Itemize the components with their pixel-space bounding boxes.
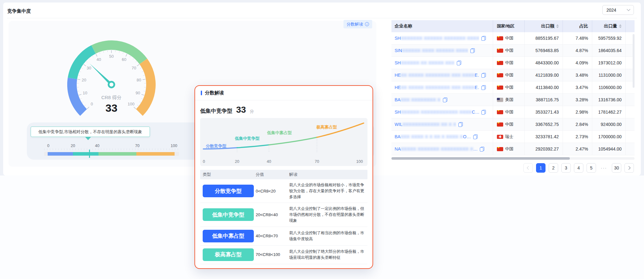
slider-tick-strip	[44, 148, 179, 150]
copy-icon[interactable]	[481, 85, 486, 90]
company-table: 企业名称 国家/地区 出口额 占比 出口量 SHXXXXXXX XXXXXX X…	[391, 20, 635, 155]
type-badge: 低集中竞争型	[203, 208, 254, 221]
table-row: BAXXX XXXXXXXX X 美国 3887116.75 3.28% 131…	[391, 94, 635, 106]
share-cell: 7.48%	[563, 32, 592, 44]
year-select[interactable]: 2024	[602, 5, 634, 15]
slider-segment-orange	[136, 152, 175, 156]
type-desc: 前八大企业控制了一定比例的市场份额，但市场仍然相对分散，不存在明显的寡头垄断现象	[289, 206, 367, 223]
type-range: 0<CR8<20	[256, 189, 289, 193]
gauge-tick-label: 10	[83, 91, 87, 95]
table-row: WILXXXXXXXXXXXX XX X X 中国 3367652.75 2.8…	[391, 118, 635, 131]
flag-china-icon	[497, 147, 503, 151]
pagination-page-3[interactable]: 3	[561, 163, 571, 173]
curve-segment-green	[269, 137, 317, 145]
curve-segment-teal	[237, 145, 269, 148]
cr8-gauge: 0 10 20 30 40 50 60 70 80 90 100 CR8 得分 …	[67, 40, 156, 129]
sort-icon[interactable]	[556, 24, 559, 28]
pagination-page-5[interactable]: 5	[587, 163, 596, 173]
table-row: HEXX XXXXX XXXXXXXX XXX XXXXE… 中国 411384…	[391, 81, 635, 94]
gauge-tick-label: 80	[137, 78, 141, 82]
export-volume-cell: 1316736.00	[592, 94, 626, 106]
header-divider	[7, 18, 637, 18]
type-range: 70<CR8<100	[256, 252, 289, 257]
popup-body: 低集中竞争型 33 分 分散竞争型 低集中竞争型 低集中寡占型 极高寡占型	[195, 100, 373, 268]
horizontal-scrollbar[interactable]	[391, 157, 635, 160]
company-name-masked: XXXXXXXXXXXX XX X X	[402, 122, 456, 127]
copy-icon[interactable]	[481, 73, 486, 78]
score-summary: 低集中竞争型 33 分	[200, 105, 367, 115]
table-header-row: 企业名称 国家/地区 出口额 占比 出口量	[391, 20, 635, 32]
company-name-link[interactable]: HEXX XXXXX XXXXXXXX XXX XXXXE…	[395, 73, 479, 78]
curve-axis-label: 40	[267, 159, 271, 164]
header-export-volume[interactable]: 出口量	[592, 20, 626, 32]
pagination-page-4[interactable]: 4	[574, 163, 583, 173]
table-row: HEXX XXXXX XXXXXXXX XXX XXXXE… 中国 412183…	[391, 69, 635, 81]
company-name-masked: XXX XXXXXXXX X	[401, 97, 441, 102]
company-name-link[interactable]: WILXXXXXXXXXXXX XX X X	[395, 122, 456, 127]
copy-icon[interactable]	[481, 36, 486, 41]
copy-icon[interactable]	[481, 110, 486, 115]
company-name-link[interactable]: BAXXX XXXX X X XX X XXXX XO…	[395, 134, 471, 139]
company-name-link[interactable]: SHXXXXXX XXXXXXXXXXXX XXXXC…	[395, 110, 479, 115]
gauge-tick-label: 100	[128, 102, 134, 106]
curve-axis-label: 0	[203, 159, 205, 164]
company-name-link[interactable]: SHXXXXXXX XXXXXX XXXXXXX XXXX…	[395, 36, 479, 41]
company-name-link[interactable]: BAXXX XXXXXXXX X	[395, 97, 441, 102]
pagination-ellipsis: ···	[599, 163, 609, 173]
flag-china-icon	[497, 36, 503, 40]
curve-label: 低集中竞争型	[235, 136, 259, 141]
gauge-value: 33	[105, 102, 117, 114]
pagination-page-2[interactable]: 2	[549, 163, 558, 173]
pagination-next-button[interactable]	[624, 163, 634, 173]
score-explain-popup: 分数解读 低集中竞争型 33 分 分散竞争型 低集中竞争型	[194, 85, 373, 269]
type-table-row: 极高寡占型 70<CR8<100 前八大企业控制了绝大部分的市场份额，市场呈现出…	[200, 246, 367, 264]
company-name-masked: XXXXXX XXXXXXXXXXXX XXXX	[401, 110, 472, 115]
curve-axis-label: 70	[315, 159, 319, 164]
copy-icon[interactable]	[480, 147, 484, 151]
table-row: SHXXXXXX XXXXXXXXXXXX XXXXC… 中国 3533271.…	[391, 106, 635, 118]
info-icon: i	[365, 22, 369, 26]
scrollbar-thumb[interactable]	[391, 157, 570, 160]
slider-axis-label: 40	[95, 144, 99, 148]
table-row: SHXXXXXX XX XXXXX XXX 中国 4843300.00 4.09…	[391, 57, 635, 69]
company-name-link[interactable]: SINXXXXXX XXXX XXXXXX XXXX	[395, 48, 468, 53]
flag-china-icon	[497, 122, 503, 127]
sort-icon[interactable]	[619, 24, 622, 28]
export-volume-cell: 5957559.92	[592, 32, 626, 44]
pagination-page-1[interactable]: 1	[536, 163, 546, 173]
export-volume-cell: 1864035.64	[592, 45, 626, 56]
share-cell: 2.73%	[563, 131, 592, 143]
tooltip-arrow-icon	[85, 137, 91, 140]
copy-icon[interactable]	[443, 98, 447, 102]
type-range: 20<CR8<40	[256, 212, 289, 217]
vertical-scrollbar[interactable]	[633, 34, 635, 88]
copy-icon[interactable]	[470, 48, 475, 53]
type-table-header: 类型 分值 解读	[200, 170, 367, 179]
header-export-amount[interactable]: 出口额	[525, 20, 563, 32]
company-name-masked: XX XXXXX XXXXXXXX XXX XXXX	[401, 85, 474, 90]
gauge-hub	[109, 82, 114, 87]
score-unit: 分	[250, 109, 254, 114]
export-volume-cell: 1131000.00	[592, 69, 626, 81]
export-amount-cell: 4121839.00	[525, 69, 563, 81]
flag-usa-icon	[497, 98, 503, 102]
chevron-down-icon	[627, 7, 630, 11]
copy-icon[interactable]	[458, 122, 463, 127]
flag-china-icon	[497, 61, 503, 65]
copy-icon[interactable]	[473, 134, 478, 139]
export-amount-cell: 8855195.67	[525, 32, 563, 44]
company-name-masked: XXXXXXX XXXXXX XXXXXXX XXXX	[401, 36, 479, 41]
curve-axis-label: 100	[356, 159, 363, 164]
score-explain-link[interactable]: 分数解读 i	[343, 20, 372, 28]
company-name-link[interactable]: NAXXXXX XXXXXXX XXXXXXXXX X…	[395, 146, 478, 151]
company-name-link[interactable]: HEXX XXXXX XXXXXXXX XXX XXXXE…	[395, 85, 479, 90]
gauge-tick-label: 50	[109, 54, 114, 59]
flag-switzerland-icon	[497, 135, 503, 139]
header-company-name: 企业名称	[391, 20, 493, 32]
company-name-link[interactable]: SHXXXXXX XX XXXXX XXX	[395, 60, 455, 65]
share-cell: 3.28%	[563, 94, 592, 106]
copy-icon[interactable]	[457, 61, 461, 65]
pagination-page-30[interactable]: 30	[612, 163, 621, 173]
header-country: 国家/地区	[493, 20, 525, 32]
pagination-prev-button[interactable]	[523, 163, 533, 173]
